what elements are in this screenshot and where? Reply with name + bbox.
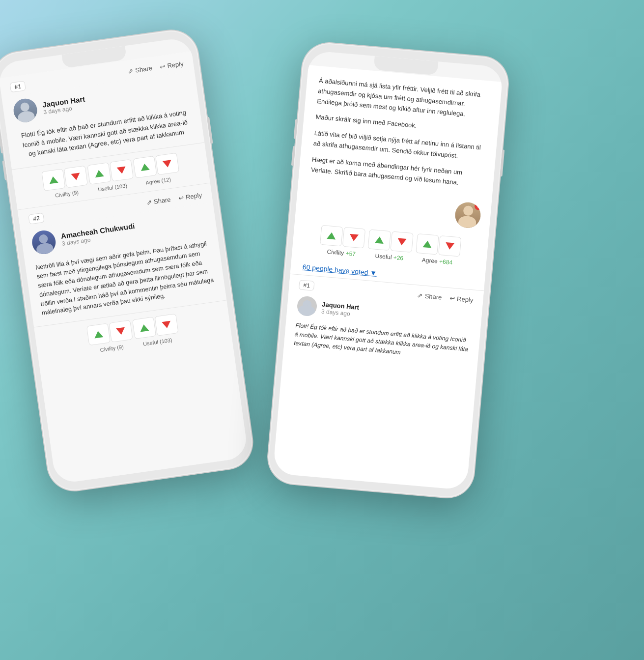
civility-label: Civility (9) xyxy=(55,189,79,199)
agree-buttons xyxy=(133,152,179,178)
comment2-share-icon: ⇗ xyxy=(146,199,152,206)
comment2-share-label: Share xyxy=(153,196,171,205)
right-agree-up-button[interactable] xyxy=(416,233,439,255)
comment2-reply-label: Reply xyxy=(185,191,202,201)
comment2-num: #2 xyxy=(28,212,45,224)
power-button[interactable] xyxy=(207,117,213,144)
comment2-reply-icon: ↩ xyxy=(178,194,184,202)
right-useful-label: Useful +26 xyxy=(375,253,404,262)
right-volume-down-button[interactable] xyxy=(291,146,295,166)
comment2-useful-buttons xyxy=(132,314,179,339)
right-agree-down-button[interactable] xyxy=(438,235,461,257)
useful-vote-group: Useful (103) xyxy=(87,159,135,193)
right-avatar: 3 xyxy=(454,201,481,229)
comment2-user-details: Amacheah Chukwudi 3 days ago xyxy=(60,222,137,247)
agree-down-button[interactable] xyxy=(155,152,179,175)
right-reply-label: Reply xyxy=(457,295,474,304)
right-comment1-num: #1 xyxy=(299,280,315,291)
right-phone: Á aðalsiðunni má sjá lista yfir fréttir.… xyxy=(266,41,510,499)
civility-vote-group: Civility (9) xyxy=(41,165,89,200)
right-civility-group: Civility +57 xyxy=(319,225,365,258)
right-screen-content: Á aðalsiðunni má sjá lista yfir fréttir.… xyxy=(273,65,502,490)
useful-down-button[interactable] xyxy=(110,159,134,181)
comment1-avatar xyxy=(12,97,38,124)
right-comment1-actions: ⇗ Share ↩ Reply xyxy=(417,291,474,304)
right-agree-group: Agree +684 xyxy=(415,233,462,267)
agree-label: Agree (12) xyxy=(145,176,171,185)
right-comment1-avatar xyxy=(296,296,317,317)
right-power-button[interactable] xyxy=(500,149,505,176)
useful-label: Useful (103) xyxy=(98,182,128,192)
comment2-civility-buttons xyxy=(86,320,133,345)
right-reply-icon: ↩ xyxy=(449,294,455,302)
useful-buttons xyxy=(87,159,134,184)
notification-badge: 3 xyxy=(474,202,481,210)
voted-text: 60 people have voted xyxy=(302,263,368,277)
right-useful-up-button[interactable] xyxy=(368,230,391,251)
reply-action[interactable]: ↩ Reply xyxy=(160,59,184,70)
comment1-actions: ⇗ Share ↩ Reply xyxy=(127,59,184,75)
comment2-reply-action[interactable]: ↩ Reply xyxy=(178,191,202,202)
right-useful-group: Useful +26 xyxy=(367,230,414,263)
right-civility-label: Civility +57 xyxy=(327,248,356,258)
useful-up-button[interactable] xyxy=(87,162,111,185)
comment2-civility-vote-group: Civility (9) xyxy=(86,320,134,354)
volume-up-button[interactable] xyxy=(0,134,3,153)
civility-score: +57 xyxy=(345,250,356,258)
share-icon: ⇗ xyxy=(127,67,134,75)
volume-down-button[interactable] xyxy=(2,161,7,180)
comment2-useful-up-button[interactable] xyxy=(132,316,156,339)
civility-up-button[interactable] xyxy=(41,169,65,191)
comment2-civility-label: Civility (9) xyxy=(100,344,124,353)
right-comment1-share[interactable]: ⇗ Share xyxy=(417,291,442,301)
useful-score: +26 xyxy=(393,254,404,262)
reply-icon: ↩ xyxy=(160,62,166,70)
right-agree-buttons xyxy=(416,233,461,257)
comment1-user-details: Jaquon Hart 3 days ago xyxy=(42,94,86,115)
right-share-label: Share xyxy=(424,292,442,301)
reply-label: Reply xyxy=(167,59,184,69)
share-action[interactable]: ⇗ Share xyxy=(127,64,152,75)
left-screen-content: #1 ⇗ Share ↩ Reply Jaquon Hart xyxy=(0,51,249,484)
comment2-civility-up-button[interactable] xyxy=(86,323,111,345)
comment2-share-action[interactable]: ⇗ Share xyxy=(146,196,171,206)
share-label: Share xyxy=(135,64,152,74)
left-phone: #1 ⇗ Share ↩ Reply Jaquon Hart xyxy=(0,27,256,494)
right-volume-up-button[interactable] xyxy=(294,119,298,139)
civility-buttons xyxy=(41,165,88,191)
right-agree-label: Agree +684 xyxy=(421,257,452,266)
right-comment1-reply[interactable]: ↩ Reply xyxy=(449,294,474,304)
right-share-icon: ⇗ xyxy=(417,291,423,299)
right-civility-up-button[interactable] xyxy=(320,225,343,247)
right-useful-buttons xyxy=(368,230,414,253)
comment1-num: #1 xyxy=(9,81,26,92)
right-intro-block: Á aðalsiðunni má sjá lista yfir fréttir.… xyxy=(298,65,502,204)
right-comment1-details: Jaquon Hart 3 days ago xyxy=(321,300,360,317)
agree-up-button[interactable] xyxy=(133,156,157,178)
comment2-useful-label: Useful (103) xyxy=(142,337,172,347)
left-phone-screen: #1 ⇗ Share ↩ Reply Jaquon Hart xyxy=(0,37,249,485)
agree-score: +684 xyxy=(439,258,452,266)
agree-vote-group: Agree (12) xyxy=(133,152,180,187)
comment2-useful-down-button[interactable] xyxy=(155,314,179,336)
right-useful-down-button[interactable] xyxy=(390,231,413,253)
right-civility-down-button[interactable] xyxy=(342,227,365,249)
comment2-useful-vote-group: Useful (103) xyxy=(132,314,180,348)
civility-down-button[interactable] xyxy=(64,165,88,188)
comment2-actions: ⇗ Share ↩ Reply xyxy=(146,191,202,206)
right-civility-buttons xyxy=(320,225,365,249)
right-phone-screen: Á aðalsiðunni má sjá lista yfir fréttir.… xyxy=(273,50,504,490)
comment2-avatar xyxy=(30,229,57,255)
comment2-civility-down-button[interactable] xyxy=(109,320,133,343)
